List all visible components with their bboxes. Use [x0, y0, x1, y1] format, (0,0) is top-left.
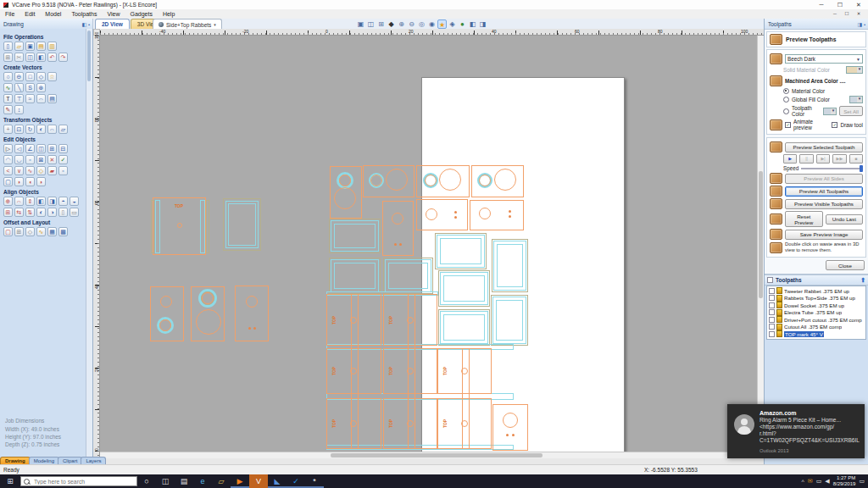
clock[interactable]: 1:27 PM 8/29/2019	[833, 475, 856, 487]
align-center-icon[interactable]: ⊕	[3, 197, 13, 206]
redo-icon[interactable]: ↷	[58, 53, 68, 62]
set-position-icon[interactable]: ⊡	[14, 125, 24, 134]
panel-float-icon[interactable]: ◨	[858, 22, 863, 27]
start-button[interactable]: ⊞	[0, 474, 20, 488]
vscroll-thumb[interactable]	[759, 171, 763, 298]
network-icon[interactable]: ▭	[816, 478, 822, 485]
animate-preview-checkbox[interactable]: ✓	[785, 122, 791, 128]
align-left-icon[interactable]: ◧	[36, 197, 46, 206]
fill-vector-icon[interactable]: ▰	[47, 166, 57, 175]
doc-minimize-icon[interactable]: ─	[829, 10, 841, 18]
arc-fit-2-icon[interactable]: ◖	[25, 177, 35, 186]
space-horizontal-icon[interactable]: ⇆	[14, 208, 24, 217]
toolpaths-master-checkbox[interactable]	[767, 277, 773, 283]
copy-icon[interactable]: ◫	[25, 53, 35, 62]
subtract-icon[interactable]: ✕	[47, 155, 57, 164]
draw-polygon-icon[interactable]: ◇	[36, 72, 46, 81]
menu-file[interactable]: File	[0, 9, 19, 19]
search-input[interactable]	[32, 478, 129, 485]
draw-ellipse-icon[interactable]: ⊖	[14, 72, 24, 81]
mirror-vertical-icon[interactable]: ▯	[58, 208, 68, 217]
align-right-icon[interactable]: ◨	[47, 197, 57, 206]
align-horizontal-icon[interactable]: ⇔	[14, 197, 24, 206]
select-icon[interactable]: ▷	[3, 144, 13, 153]
zoom-drawing-icon[interactable]: ◫	[366, 19, 376, 29]
guides-toggle-icon[interactable]: ◈	[448, 19, 457, 29]
preview-all-toolpaths-button[interactable]: Preview All Toolpaths	[785, 186, 863, 197]
true-shape-nest-icon[interactable]: ▩	[58, 227, 68, 236]
smart-snap-icon[interactable]: S	[25, 83, 35, 92]
toolpath-color-swatch[interactable]: ▼	[823, 108, 837, 115]
hatch-icon[interactable]: ▫	[58, 166, 68, 175]
menu-model[interactable]: Model	[40, 9, 66, 19]
volume-icon[interactable]: ◀	[825, 478, 829, 485]
vcarve-icon[interactable]: V	[249, 474, 268, 488]
open-file-icon[interactable]: ▱	[14, 42, 24, 51]
toggle-grid-icon[interactable]: ⊞	[376, 19, 386, 29]
align-inside-right-icon[interactable]: ◑	[47, 208, 57, 217]
hscroll-thumb[interactable]	[331, 453, 542, 458]
text-spacing-icon[interactable]: ⇔	[36, 94, 46, 103]
draw-curve-icon[interactable]: ∿	[3, 83, 13, 92]
preview-all-sides-button[interactable]: Preview All Sides	[785, 174, 863, 184]
snap-settings-icon[interactable]: ◆	[387, 19, 396, 29]
vertical-scrollbar[interactable]	[757, 36, 764, 452]
menu-edit[interactable]: Edit	[19, 9, 40, 19]
collapse-up-icon[interactable]: ⬆	[860, 277, 865, 284]
left-panel-scrollbar[interactable]	[86, 29, 92, 458]
zoom-selection-icon[interactable]: ◉	[427, 19, 437, 29]
array-copy-icon[interactable]: ⊞	[14, 227, 24, 236]
canvas-2d-view[interactable]: -40-20020406080100 100806040200	[93, 29, 764, 464]
edge-icon[interactable]: e	[193, 474, 212, 488]
trim-icon[interactable]: ◡	[14, 155, 24, 164]
horizontal-scrollbar[interactable]	[100, 452, 757, 458]
toolpath-color-radio[interactable]	[783, 108, 789, 114]
toolpath-checkbox[interactable]	[769, 295, 775, 301]
dimension-icon[interactable]: ↕	[14, 105, 24, 114]
draw-tool-checkbox[interactable]: ✓	[832, 122, 837, 128]
step-button[interactable]: ▶|	[816, 154, 830, 164]
toolpath-item[interactable]: Electra Tube .375 EM up	[767, 309, 865, 317]
mail-icon[interactable]: ✉	[808, 478, 813, 485]
rotate-icon[interactable]: ↻	[25, 125, 35, 134]
save-file-icon[interactable]: ▣	[25, 42, 35, 51]
scale-icon[interactable]: ⇔	[47, 125, 57, 134]
maximize-icon[interactable]: ☐	[831, 0, 849, 9]
stop-button[interactable]: ■	[849, 154, 863, 164]
new-drawing-icon[interactable]: ▯	[3, 42, 13, 51]
media-app-icon[interactable]: ▶	[231, 474, 249, 488]
align-inside-left-icon[interactable]: ◐	[36, 208, 46, 217]
doc-restore-icon[interactable]: ☐	[841, 10, 853, 18]
tile-horizontal-icon[interactable]: ◧	[468, 19, 477, 29]
fit-curves-icon[interactable]: ∨	[14, 166, 24, 175]
measure-icon[interactable]: ∠	[25, 144, 35, 153]
toolpath-item[interactable]: TOP mark 45° V	[767, 330, 865, 338]
keep-overlap-icon[interactable]: ✓	[58, 155, 68, 164]
toolpath-checkbox[interactable]	[769, 331, 775, 337]
file-explorer-icon[interactable]: ▱	[212, 474, 231, 488]
fillet-icon[interactable]: ◠	[3, 155, 13, 164]
draw-star-icon[interactable]: ☆	[47, 72, 57, 81]
distort-icon[interactable]: ▱	[58, 125, 68, 134]
toolpath-item[interactable]: Tweeter Rabbet .375 EM up	[767, 287, 865, 295]
tray-chevron-icon[interactable]: ^	[801, 479, 804, 485]
action-center-icon[interactable]: ▭	[859, 478, 865, 485]
set-all-button[interactable]: Set All	[839, 106, 863, 116]
align-vertical-icon[interactable]: ⇕	[25, 197, 35, 206]
toolpath-checkbox[interactable]	[769, 309, 775, 315]
export-vectors-icon[interactable]: ▥	[47, 42, 57, 51]
undo-icon[interactable]: ↶	[47, 53, 57, 62]
zoom-extents-icon[interactable]: ◎	[417, 19, 426, 29]
reset-preview-button[interactable]: Reset Preview	[785, 211, 823, 227]
check-app-icon[interactable]: ✓	[287, 474, 305, 488]
paste-icon[interactable]: ◧	[36, 53, 46, 62]
notification-toast[interactable]: Amazon.com Ring Alarm 5 Piece Kit – Home…	[727, 404, 865, 458]
refresh-view-icon[interactable]: ●	[458, 19, 467, 29]
snap-toggle-icon[interactable]: ★	[437, 19, 447, 29]
pause-button[interactable]: ||	[799, 154, 813, 164]
circular-copy-icon[interactable]: ◇	[25, 227, 35, 236]
mirror-icon[interactable]: ◐	[36, 125, 46, 134]
fast-forward-button[interactable]: ▶▶	[832, 154, 846, 164]
ungroup-icon[interactable]: ⊟	[58, 144, 68, 153]
cortana-icon[interactable]: ○	[137, 474, 156, 488]
